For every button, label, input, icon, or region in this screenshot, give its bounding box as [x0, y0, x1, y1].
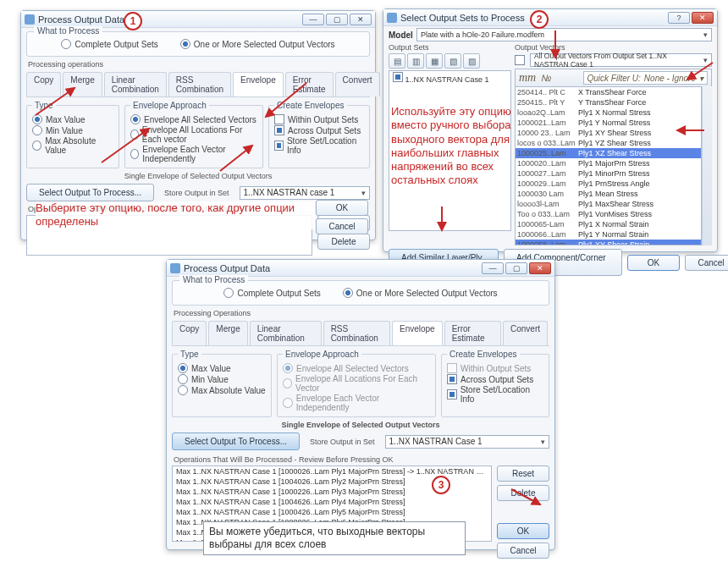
vector-row[interactable]: loooo3l-LamPly1 MaxShear Stress [516, 199, 701, 209]
delete-button[interactable]: Delete [317, 234, 370, 250]
toolbar-btn-4[interactable]: ▧ [444, 53, 461, 69]
arrow-icon [682, 59, 716, 85]
callout-badge-2: 2 [530, 10, 549, 29]
tab-convert[interactable]: Convert [335, 72, 380, 96]
titlebar: Process Output Data — ▢ ✕ [167, 260, 554, 277]
callout-badge-1: 1 [124, 12, 142, 30]
arrow-icon [433, 205, 450, 235]
toolbar-btn-2[interactable]: ▥ [407, 53, 424, 69]
vector-row[interactable]: 1000065-LamPly1 X Normal Strain [516, 219, 701, 229]
radio-complete-sets[interactable]: Complete Output Sets [223, 288, 320, 298]
check-store[interactable]: Store Set/Location Info [447, 385, 543, 404]
arrow-icon [261, 80, 312, 122]
set-row[interactable]: 1..NX NASTRAN Case 1 [389, 71, 510, 85]
app-icon [170, 263, 180, 273]
ops-row[interactable]: Max 1..NX NASTRAN Case 1 [1004626..Lam P… [173, 497, 491, 507]
close-button[interactable]: ✕ [692, 12, 714, 24]
ok-button[interactable]: OK [316, 200, 368, 216]
radio-min[interactable]: Min Value [178, 374, 266, 384]
radio-abs[interactable]: Max Absolute Value [178, 385, 266, 395]
vector-row[interactable]: 250415.. Plt YY TransShear Force [516, 97, 701, 107]
vector-row[interactable]: 1000020..LamPly1 MajorPrn Stress [516, 158, 701, 168]
vector-row[interactable]: 1000030 LamPly1 Mean Stress [516, 189, 701, 199]
arrow-icon [217, 140, 259, 174]
arrow-icon [34, 83, 85, 117]
label-model: Model [389, 30, 413, 40]
group-approach: Envelope Approach Envelope All Selected … [277, 350, 436, 417]
group-what-to-process: What to Process Complete Output Sets One… [26, 31, 370, 57]
radio-approach-ind[interactable]: Envelope Each Vector Independently [283, 394, 430, 412]
vector-row[interactable]: 1000029..LamPly1 PrnStress Angle [516, 179, 701, 189]
radio-selected-vectors[interactable]: One or More Selected Output Vectors [343, 288, 498, 298]
vector-row[interactable]: 1000027..LamPly1 MinorPrn Stress [516, 168, 701, 179]
radio-complete-sets[interactable]: Complete Output Sets [61, 39, 157, 49]
radio-selected-vectors[interactable]: One or More Selected Output Vectors [180, 39, 335, 49]
vector-row[interactable]: Too o 033..LamPly1 VonMises Stress [516, 209, 701, 219]
minimize-button[interactable]: — [302, 14, 324, 25]
tab-linear[interactable]: Linear Combination [250, 321, 322, 345]
tab-convert[interactable]: Convert [503, 321, 548, 345]
dropdown-model[interactable]: Plate with a hOle-20 Failure.modfem [416, 28, 712, 41]
radio-max[interactable]: Max Value [178, 363, 266, 373]
cancel-button[interactable]: Cancel [316, 218, 368, 234]
toolbar-btn-5[interactable]: ▨ [463, 53, 480, 69]
vector-row[interactable]: 250414.. Plt CX TransShear Force [516, 87, 701, 97]
help-button[interactable]: ? [668, 12, 690, 24]
set-check[interactable] [393, 72, 403, 82]
tab-linear[interactable]: Linear Combination [104, 72, 167, 96]
cancel-button[interactable]: Cancel [685, 255, 728, 271]
check-within[interactable]: Within Output Sets [447, 363, 543, 373]
ok-button[interactable]: OK [497, 523, 549, 539]
vector-row[interactable]: 1000025..LamPly1 XZ Shear Stress [516, 148, 701, 158]
tab-merge[interactable]: Merge [208, 321, 247, 345]
close-button[interactable]: ✕ [529, 262, 551, 274]
label-single-env: Single Envelope of Selected Output Vecto… [26, 172, 370, 180]
vector-row[interactable]: looao2Q..LamPly1 X Normal Stress [516, 107, 701, 118]
label-output-sets: Output Sets [389, 43, 511, 52]
select-output-button[interactable]: Select Output To Process... [26, 184, 154, 201]
vector-row[interactable]: 1000058..LamPly1 XY Shear Strain [516, 240, 701, 245]
ops-row[interactable]: Max 1..NX NASTRAN Case 1 [1000026..Lam P… [173, 466, 491, 477]
tab-error[interactable]: Error Estimate [444, 321, 501, 345]
close-button[interactable]: ✕ [350, 14, 372, 25]
vector-row[interactable]: locos o 033..LamPly1 YZ Shear Stress [516, 138, 701, 148]
toolbar-btn-1[interactable]: ▤ [389, 53, 405, 69]
annotation-1: Выберите эту опцию, после того, как друг… [36, 201, 315, 229]
radio-approach-all[interactable]: Envelope All Selected Vectors [283, 363, 430, 373]
titlebar: Process Output Data — ▢ ✕ [21, 11, 375, 28]
window-title: Process Output Data [184, 263, 482, 273]
app-icon [25, 14, 35, 25]
cancel-button[interactable]: Cancel [497, 543, 549, 559]
dropdown-store-set[interactable]: 1..NX NASTRAN Case 1 [385, 435, 549, 449]
label-store-in-set: Store Output in Set [164, 189, 229, 197]
toolbar-btn-3[interactable]: ▦ [426, 53, 443, 69]
check-across[interactable]: Across Output Sets [274, 125, 364, 135]
tab-envelope[interactable]: Envelope [392, 321, 443, 345]
ops-row[interactable]: Max 1..NX NASTRAN Case 1 [1000426..Lam P… [173, 507, 491, 517]
annotation-2: Используйте эту опцию вместо ручного выб… [391, 105, 518, 188]
tab-copy[interactable]: Copy [172, 321, 207, 345]
check-all-vectors[interactable] [515, 55, 525, 65]
maximize-button[interactable]: ▢ [505, 262, 527, 274]
vector-list[interactable]: 250414.. Plt CX TransShear Force250415..… [515, 86, 702, 245]
label-proc-ops: Processing operations [28, 60, 368, 69]
tab-rss[interactable]: RSS Combination [323, 321, 390, 345]
radio-approach-each[interactable]: Envelope All Locations For Each Vector [283, 374, 430, 393]
reset-button[interactable]: Reset [497, 466, 549, 482]
group-create: Create Envelopes Within Output Sets Acro… [441, 350, 549, 417]
vector-row[interactable]: 1000066..LamPly1 Y Normal Strain [516, 229, 701, 240]
minimize-button[interactable]: — [482, 262, 504, 274]
check-store[interactable]: Store Set/Location Info [274, 136, 364, 155]
dropdown-store-set[interactable]: 1..NX NASTRAN case 1 [240, 186, 370, 200]
maximize-button[interactable]: ▢ [326, 14, 348, 25]
scrollbar[interactable] [702, 86, 712, 245]
label-proc-ops: Processing Operations [174, 309, 548, 317]
window-process-output-3: Process Output Data — ▢ ✕ What to Proces… [166, 259, 555, 550]
tab-rss[interactable]: RSS Combination [168, 72, 231, 96]
label-ops-review: Operations That Will Be Processed - Revi… [174, 455, 548, 464]
ok-button[interactable]: OK [627, 255, 680, 271]
select-output-button[interactable]: Select Output To Process... [172, 433, 300, 450]
callout-badge-3: 3 [432, 476, 450, 494]
label-store-in-set: Store Output in Set [310, 438, 375, 446]
check-across[interactable]: Across Output Sets [447, 374, 543, 384]
